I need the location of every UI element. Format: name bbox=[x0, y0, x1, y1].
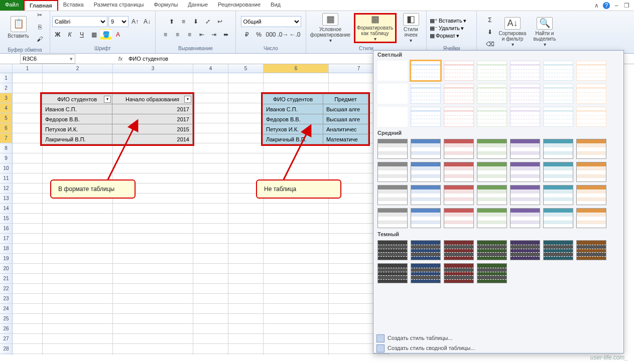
fill-icon[interactable]: ⬇ bbox=[484, 27, 495, 38]
table-style-swatch[interactable] bbox=[377, 162, 408, 182]
row-header[interactable]: 13 bbox=[0, 194, 13, 204]
row-header[interactable]: 10 bbox=[0, 163, 13, 173]
table-style-swatch[interactable] bbox=[576, 208, 606, 228]
row-header[interactable]: 26 bbox=[0, 324, 13, 334]
table-style-swatch[interactable] bbox=[576, 162, 606, 182]
font-name-select[interactable]: Calibri bbox=[52, 16, 107, 27]
table-style-swatch[interactable] bbox=[477, 208, 507, 228]
row-header[interactable]: 1 bbox=[0, 73, 13, 83]
row-header[interactable]: 16 bbox=[0, 224, 13, 234]
row-header[interactable]: 18 bbox=[0, 244, 13, 254]
decrease-decimal-icon[interactable]: ←.0 bbox=[290, 29, 301, 40]
row-header[interactable]: 20 bbox=[0, 264, 13, 274]
filter-dropdown-icon[interactable]: ▾ bbox=[104, 96, 111, 103]
border-icon[interactable]: ▦ bbox=[88, 29, 99, 40]
align-left-icon[interactable]: ≡ bbox=[160, 29, 171, 40]
table-style-swatch[interactable] bbox=[576, 107, 606, 127]
font-size-select[interactable]: 9 bbox=[108, 16, 129, 27]
table-style-swatch[interactable] bbox=[510, 162, 540, 182]
row-headers[interactable]: 1234567891011121314151617181920212223242… bbox=[0, 73, 13, 355]
tab-insert[interactable]: Вставка bbox=[58, 0, 89, 11]
table-style-swatch[interactable] bbox=[477, 84, 507, 104]
row-header[interactable]: 14 bbox=[0, 204, 13, 214]
tab-formulas[interactable]: Формулы bbox=[149, 0, 183, 11]
new-table-style-button[interactable]: Создать стиль таблицы... bbox=[373, 333, 623, 343]
table-style-swatch[interactable] bbox=[377, 139, 408, 159]
decrease-indent-icon[interactable]: ⇤ bbox=[196, 29, 207, 40]
table-style-swatch[interactable] bbox=[477, 240, 507, 260]
row-header[interactable]: 12 bbox=[0, 184, 13, 194]
row-header[interactable]: 17 bbox=[0, 234, 13, 244]
table-style-swatch[interactable] bbox=[444, 61, 474, 81]
align-middle-icon[interactable]: ≡ bbox=[178, 16, 189, 27]
table-style-swatch[interactable] bbox=[543, 162, 573, 182]
table-style-swatch[interactable] bbox=[377, 84, 408, 104]
table-style-swatch[interactable] bbox=[543, 139, 573, 159]
column-header[interactable]: 1 bbox=[13, 64, 43, 73]
delete-cells-button[interactable]: ▦⁻ Удалить▾ bbox=[430, 25, 464, 32]
format-painter-icon[interactable]: 🖌 bbox=[34, 34, 45, 45]
shrink-font-icon[interactable]: A↓ bbox=[142, 16, 153, 27]
table-style-swatch[interactable] bbox=[411, 107, 441, 127]
table-style-swatch[interactable] bbox=[510, 139, 540, 159]
table-style-swatch[interactable] bbox=[510, 208, 540, 228]
name-box[interactable]: R3C6▾ bbox=[20, 54, 75, 64]
align-top-icon[interactable]: ⬆ bbox=[166, 16, 177, 27]
table-style-swatch[interactable] bbox=[411, 139, 441, 159]
row-header[interactable]: 15 bbox=[0, 214, 13, 224]
row-header[interactable]: 28 bbox=[0, 344, 13, 354]
table-style-swatch[interactable] bbox=[444, 240, 474, 260]
tab-page-layout[interactable]: Разметка страницы bbox=[89, 0, 149, 11]
row-header[interactable]: 3 bbox=[0, 93, 13, 103]
increase-decimal-icon[interactable]: .0→ bbox=[278, 29, 289, 40]
table-style-swatch[interactable] bbox=[576, 185, 606, 205]
minimize-icon[interactable]: – bbox=[613, 2, 620, 9]
tab-view[interactable]: Вид bbox=[266, 0, 286, 11]
table-style-swatch[interactable] bbox=[543, 240, 573, 260]
table-style-swatch[interactable] bbox=[444, 107, 474, 127]
clear-icon[interactable]: ⌫ bbox=[484, 39, 495, 50]
row-header[interactable]: 8 bbox=[0, 143, 13, 153]
number-format-select[interactable]: Общий bbox=[241, 16, 301, 27]
align-center-icon[interactable]: ≡ bbox=[172, 29, 183, 40]
table-style-swatch[interactable] bbox=[543, 208, 573, 228]
table-style-swatch[interactable] bbox=[510, 240, 540, 260]
table-style-swatch[interactable] bbox=[543, 107, 573, 127]
row-header[interactable]: 23 bbox=[0, 294, 13, 304]
format-as-table-button[interactable]: ▦ Форматировать как таблицу▾ bbox=[354, 13, 397, 43]
table-style-swatch[interactable] bbox=[543, 61, 573, 81]
autosum-icon[interactable]: Σ bbox=[484, 15, 495, 26]
table-style-swatch[interactable] bbox=[377, 61, 408, 81]
table-style-swatch[interactable] bbox=[510, 61, 540, 81]
table-style-swatch[interactable] bbox=[411, 162, 441, 182]
bold-button[interactable]: Ж bbox=[52, 29, 63, 40]
underline-button[interactable]: Ч bbox=[76, 29, 87, 40]
column-header[interactable]: 6 bbox=[264, 64, 329, 73]
table-style-swatch[interactable] bbox=[444, 263, 474, 283]
fx-icon[interactable]: fx bbox=[115, 56, 125, 62]
copy-icon[interactable]: ⎘ bbox=[34, 22, 45, 33]
row-header[interactable]: 2 bbox=[0, 83, 13, 93]
align-bottom-icon[interactable]: ⬇ bbox=[190, 16, 201, 27]
table-style-swatch[interactable] bbox=[477, 139, 507, 159]
cell-styles-button[interactable]: ◧ Стили ячеек▾ bbox=[399, 13, 424, 43]
table-style-swatch[interactable] bbox=[444, 84, 474, 104]
table-style-swatch[interactable] bbox=[411, 263, 441, 283]
insert-cells-button[interactable]: ▦⁺ Вставить▾ bbox=[430, 18, 466, 24]
table-style-swatch[interactable] bbox=[576, 139, 606, 159]
help-icon[interactable]: ? bbox=[603, 2, 610, 9]
row-header[interactable]: 11 bbox=[0, 173, 13, 184]
restore-icon[interactable]: ❐ bbox=[623, 2, 630, 9]
merge-cells-icon[interactable]: ⬌ bbox=[220, 29, 231, 40]
table-style-swatch[interactable] bbox=[377, 208, 408, 228]
align-right-icon[interactable]: ≡ bbox=[184, 29, 195, 40]
row-header[interactable]: 24 bbox=[0, 304, 13, 314]
cut-icon[interactable]: ✂ bbox=[34, 10, 45, 21]
row-header[interactable]: 29 bbox=[0, 354, 13, 355]
new-pivot-style-button[interactable]: Создать стиль сводной таблицы... bbox=[373, 343, 623, 353]
currency-icon[interactable]: ₽ bbox=[241, 29, 252, 40]
row-header[interactable]: 27 bbox=[0, 334, 13, 344]
filter-dropdown-icon[interactable]: ▾ bbox=[184, 96, 191, 103]
table-style-swatch[interactable] bbox=[510, 185, 540, 205]
table-style-swatch[interactable] bbox=[576, 84, 606, 104]
